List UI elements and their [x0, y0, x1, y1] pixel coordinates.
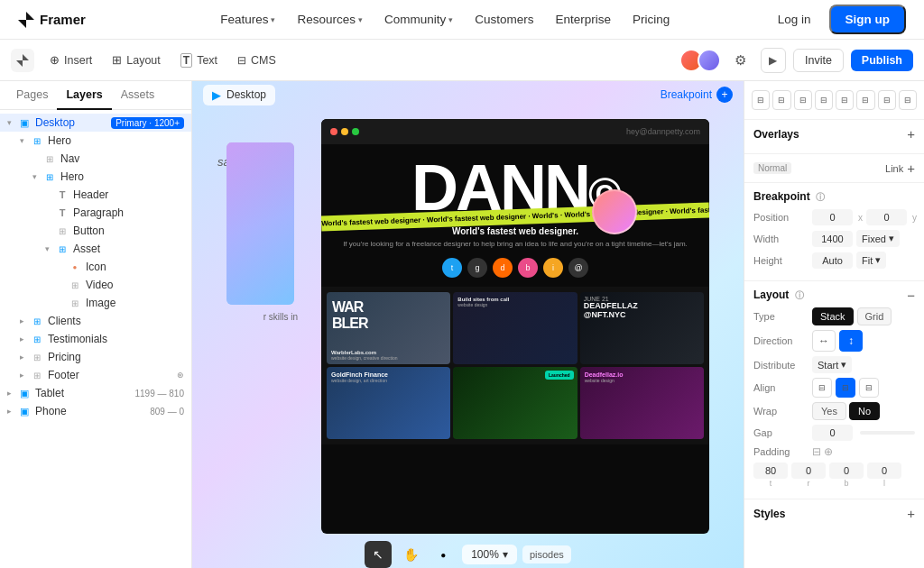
padding-expand-icon[interactable]: ⊕ [824, 445, 833, 458]
width-mode-dropdown[interactable]: Fixed ▾ [856, 230, 900, 247]
vertical-direction-button[interactable]: ↕ [839, 330, 863, 352]
nav-pricing[interactable]: Pricing [624, 7, 679, 32]
expand-icon: ▸ [7, 389, 16, 398]
position-x-input[interactable] [812, 209, 853, 225]
align-left-icon[interactable]: ⊟ [752, 90, 770, 110]
bottom-label: b [844, 479, 848, 488]
expand-icon: ▸ [45, 226, 54, 235]
nav-customers[interactable]: Customers [466, 7, 542, 32]
layer-item-asset[interactable]: ▾ ⊞ Asset [0, 240, 191, 258]
component-icon: ⊞ [31, 134, 43, 147]
remove-layout-button[interactable]: − [907, 289, 915, 302]
distribute-v-icon[interactable]: ⊟ [899, 90, 917, 110]
distribute-h-icon[interactable]: ⊟ [815, 90, 833, 110]
select-tool[interactable]: ↖ [365, 541, 392, 568]
text-icon: T [180, 53, 192, 68]
settings-button[interactable]: ⚙ [728, 48, 753, 73]
add-overlay-button[interactable]: + [907, 127, 915, 141]
tab-layers[interactable]: Layers [57, 81, 111, 110]
breakpoint-badge[interactable]: Breakpoint + [661, 87, 733, 103]
canvas-frame-label: ▶ Desktop [203, 85, 275, 105]
layout-button[interactable]: ⊞ Layout [104, 49, 169, 71]
layer-note: ⊛ [177, 371, 184, 380]
align-center-active-icon[interactable]: ⊟ [836, 378, 855, 398]
wrap-yes-button[interactable]: Yes [812, 402, 846, 420]
padding-right-input[interactable] [791, 463, 826, 479]
invite-button[interactable]: Invite [793, 49, 844, 72]
layer-item-header[interactable]: ▸ T Header [0, 186, 191, 204]
align-end-icon[interactable]: ⊟ [859, 378, 879, 398]
publish-button[interactable]: Publish [851, 50, 913, 71]
padding-left-input[interactable] [867, 463, 901, 479]
framer-editor-logo[interactable] [11, 49, 34, 72]
height-mode-dropdown[interactable]: Fit ▾ [856, 252, 886, 269]
layer-item-icon[interactable]: ▸ ● Icon [0, 258, 191, 276]
login-button[interactable]: Log in [769, 7, 820, 32]
nav-community[interactable]: Community ▾ [375, 7, 462, 32]
distribute-dropdown[interactable]: Start ▾ [812, 356, 852, 373]
position-y-input[interactable] [866, 209, 907, 225]
layer-item-tablet[interactable]: ▸ ▣ Tablet 1199 — 810 [0, 384, 191, 402]
add-breakpoint-button[interactable]: + [716, 87, 733, 103]
tab-assets[interactable]: Assets [112, 81, 164, 110]
wrap-no-button[interactable]: No [849, 402, 880, 420]
align-start-icon[interactable]: ⊟ [812, 378, 832, 398]
dot-tool[interactable]: ● [430, 541, 457, 568]
layer-item-hero-group[interactable]: ▾ ⊞ Hero [0, 132, 191, 150]
expand-icon: ▾ [20, 136, 29, 145]
breakpoint-label: Breakpoint [661, 88, 712, 101]
breakpoint-header: Breakpoint ⓘ [753, 190, 915, 204]
layer-item-hero-child[interactable]: ▾ ⊞ Hero [0, 168, 191, 186]
text-button[interactable]: T Text [172, 49, 226, 72]
layout-info-icon: ⓘ [795, 290, 804, 300]
layer-label: Icon [86, 261, 184, 273]
add-link-button[interactable]: + [907, 161, 915, 175]
nav-features[interactable]: Features ▾ [211, 7, 284, 32]
padding-top-input[interactable] [753, 463, 788, 479]
layer-item-pricing[interactable]: ▸ ⊞ Pricing [0, 348, 191, 366]
layout-section: Layout ⓘ − Type Stack Grid Direction ↔ ↕ [744, 281, 924, 499]
align-bottom-icon[interactable]: ⊟ [878, 90, 896, 110]
horizontal-direction-button[interactable]: ↔ [812, 330, 836, 352]
layer-item-footer[interactable]: ▸ ⊞ Footer ⊛ [0, 366, 191, 384]
gap-slider[interactable] [860, 431, 915, 435]
preview-button[interactable]: ▶ [761, 48, 786, 73]
height-input[interactable] [812, 252, 853, 269]
layer-label: Pricing [48, 351, 184, 363]
add-style-button[interactable]: + [907, 507, 915, 520]
width-input[interactable] [812, 231, 853, 247]
tab-pages[interactable]: Pages [7, 81, 57, 110]
layer-item-image[interactable]: ▸ ⊞ Image [0, 294, 191, 312]
grid-button[interactable]: Grid [857, 307, 892, 325]
insert-button[interactable]: ⊕ Insert [42, 49, 100, 71]
x-label: x [858, 213, 863, 223]
align-top-icon[interactable]: ⊟ [836, 90, 854, 110]
align-label: Align [753, 382, 812, 393]
nav-resources[interactable]: Resources ▾ [288, 7, 372, 32]
pan-tool[interactable]: ✋ [397, 541, 424, 568]
deadfellaz-event-title: DEADFELLAZ@NFT.NYC [584, 302, 700, 320]
padding-bottom-input[interactable] [829, 463, 864, 479]
expand-icon: ▸ [45, 208, 54, 217]
gap-input[interactable] [812, 425, 853, 441]
episodes-label: pisodes [522, 545, 571, 563]
align-right-icon[interactable]: ⊟ [794, 90, 812, 110]
stack-button[interactable]: Stack [812, 307, 854, 325]
logo[interactable]: Framer [18, 12, 86, 28]
layer-item-phone[interactable]: ▸ ▣ Phone 809 — 0 [0, 402, 191, 420]
zoom-control[interactable]: 100% ▾ [462, 545, 517, 564]
layer-label: Phone [35, 405, 146, 417]
layer-item-nav[interactable]: ▸ ⊞ Nav [0, 150, 191, 168]
layer-item-paragraph[interactable]: ▸ T Paragraph [0, 204, 191, 222]
layer-item-desktop[interactable]: ▾ ▣ Desktop Primary · 1200+ [0, 114, 191, 132]
align-center-h-icon[interactable]: ⊟ [772, 90, 790, 110]
align-center-v-icon[interactable]: ⊟ [856, 90, 874, 110]
nav-enterprise[interactable]: Enterprise [547, 7, 621, 32]
signup-button[interactable]: Sign up [829, 5, 907, 34]
layer-item-video[interactable]: ▸ ⊞ Video [0, 276, 191, 294]
layer-item-clients[interactable]: ▸ ⊞ Clients [0, 312, 191, 330]
layer-item-testimonials[interactable]: ▸ ⊞ Testimonials [0, 330, 191, 348]
framer-logo-icon [18, 12, 34, 28]
cms-button[interactable]: ⊟ CMS [229, 50, 284, 71]
layer-item-button[interactable]: ▸ ⊞ Button [0, 222, 191, 240]
